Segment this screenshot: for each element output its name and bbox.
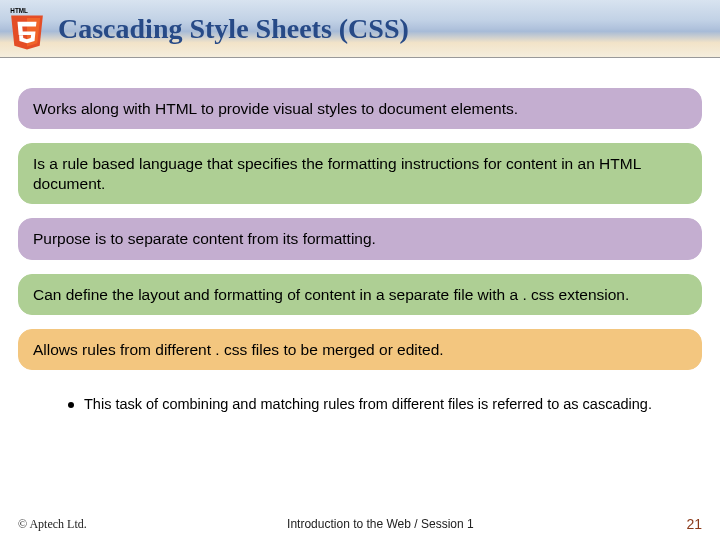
bullet-icon [68, 402, 74, 408]
info-card: Can define the layout and formatting of … [18, 274, 702, 315]
card-text: Works along with HTML to provide visual … [33, 100, 518, 117]
slide-footer: © Aptech Ltd. Introduction to the Web / … [0, 516, 720, 532]
card-text: Is a rule based language that specifies … [33, 155, 641, 191]
info-card: Works along with HTML to provide visual … [18, 88, 702, 129]
info-card: Is a rule based language that specifies … [18, 143, 702, 204]
slide-header: HTML Cascading Style Sheets (CSS) [0, 0, 720, 58]
session-text: Introduction to the Web / Session 1 [287, 517, 474, 531]
html5-logo-icon: HTML [6, 6, 48, 52]
copyright-text: © Aptech Ltd. [18, 517, 87, 532]
slide-title: Cascading Style Sheets (CSS) [58, 13, 409, 45]
info-card: Allows rules from different . css files … [18, 329, 702, 370]
slide-content: Works along with HTML to provide visual … [0, 58, 720, 412]
svg-text:HTML: HTML [10, 7, 28, 14]
card-text: Can define the layout and formatting of … [33, 286, 629, 303]
info-card: Purpose is to separate content from its … [18, 218, 702, 259]
card-text: Purpose is to separate content from its … [33, 230, 376, 247]
page-number: 21 [674, 516, 702, 532]
card-text: Allows rules from different . css files … [33, 341, 444, 358]
bullet-text: This task of combining and matching rule… [84, 396, 652, 412]
bullet-item: This task of combining and matching rule… [18, 384, 702, 412]
